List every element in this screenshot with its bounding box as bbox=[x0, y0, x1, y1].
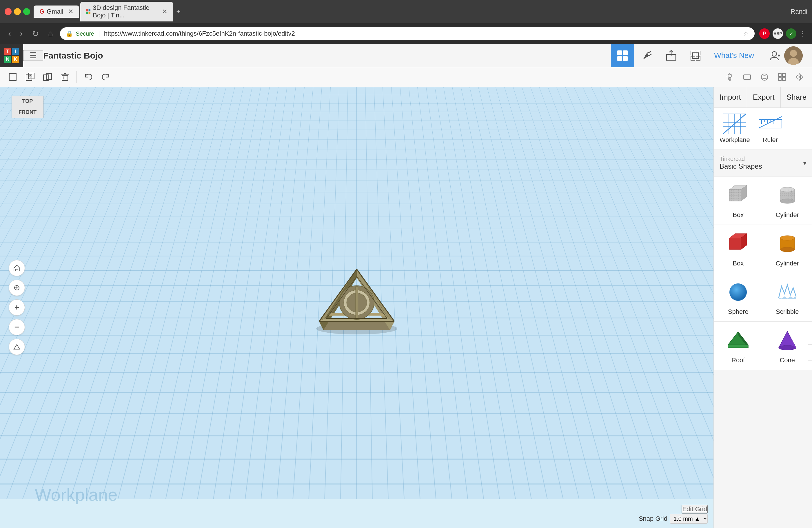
extension-icon[interactable]: ✓ bbox=[786, 28, 796, 39]
shape-roof[interactable]: Roof bbox=[714, 322, 763, 370]
undo-button[interactable] bbox=[80, 69, 97, 85]
bookmark-icon[interactable]: ☆ bbox=[743, 30, 749, 38]
3d-object[interactable] bbox=[302, 252, 412, 340]
svg-point-122 bbox=[780, 236, 795, 240]
copy-up-button[interactable] bbox=[22, 69, 38, 85]
edit-grid-button[interactable]: Edit Grid bbox=[682, 505, 708, 514]
export-button[interactable]: Export bbox=[747, 87, 781, 107]
import-button[interactable]: Import bbox=[714, 87, 747, 107]
close-window-button[interactable] bbox=[5, 8, 12, 15]
panel-expand-button[interactable]: › bbox=[808, 344, 812, 361]
shape-cone[interactable]: Cone bbox=[763, 322, 812, 370]
minimize-window-button[interactable] bbox=[14, 8, 21, 15]
new-tab-button[interactable]: + bbox=[174, 6, 183, 17]
tab-tinkercad[interactable]: 3D design Fantastic Bojo | Tin... ✕ bbox=[80, 2, 173, 21]
redo-button[interactable] bbox=[98, 69, 114, 85]
svg-rect-41 bbox=[744, 75, 751, 79]
shape-box-red[interactable]: Box bbox=[714, 225, 763, 273]
shape-box-gray[interactable]: Box bbox=[714, 176, 763, 225]
cone-icon bbox=[773, 327, 802, 354]
snap-grid-control: Snap Grid 1.0 mm ▲ 0.5 mm 0.1 mm 2.0 mm bbox=[639, 514, 708, 524]
cylinder-gray-icon bbox=[773, 182, 802, 208]
duplicate-button[interactable] bbox=[40, 69, 56, 85]
svg-rect-3 bbox=[88, 12, 90, 14]
menu-button[interactable]: ☰ bbox=[23, 50, 43, 61]
shape2d-icon bbox=[742, 72, 752, 82]
edit-button[interactable] bbox=[635, 44, 658, 67]
svg-rect-44 bbox=[778, 74, 781, 76]
new-icon bbox=[8, 72, 17, 82]
workplane-tool[interactable]: Workplane bbox=[720, 114, 750, 144]
panel-tools: Workplane Ruler bbox=[714, 108, 812, 150]
svg-marker-96 bbox=[729, 190, 741, 201]
svg-rect-16 bbox=[693, 53, 698, 59]
export-box-icon bbox=[665, 50, 677, 61]
add-user-button[interactable] bbox=[766, 46, 784, 65]
snap-grid-select[interactable]: 1.0 mm ▲ 0.5 mm 0.1 mm 2.0 mm bbox=[670, 514, 708, 524]
export-box-button[interactable] bbox=[659, 44, 683, 67]
pickaxe-icon bbox=[641, 50, 653, 61]
svg-rect-23 bbox=[9, 74, 16, 80]
gmail-favicon: G bbox=[40, 8, 44, 15]
tab-gmail-close[interactable]: ✕ bbox=[68, 8, 73, 15]
mirror-button[interactable] bbox=[791, 69, 807, 85]
grid-view-button[interactable] bbox=[611, 44, 634, 67]
fit-view-button[interactable] bbox=[9, 280, 25, 296]
pinterest-icon[interactable]: P bbox=[759, 28, 770, 39]
tab-gmail[interactable]: G Gmail ✕ bbox=[34, 5, 79, 18]
shape-cylinder-orange[interactable]: Cylinder bbox=[763, 225, 812, 273]
svg-point-129 bbox=[779, 346, 796, 350]
scribble-svg bbox=[774, 280, 800, 304]
whats-new-label: What's New bbox=[714, 51, 754, 60]
svg-rect-7 bbox=[623, 56, 628, 61]
tab-tinkercad-close[interactable]: ✕ bbox=[162, 8, 167, 15]
shape-cylinder-gray[interactable]: Cylinder bbox=[763, 176, 812, 225]
light-button[interactable] bbox=[722, 69, 738, 85]
user-avatar[interactable] bbox=[784, 46, 803, 65]
perspective-button[interactable] bbox=[9, 339, 25, 355]
box-red-svg bbox=[725, 232, 751, 255]
shape2d-button[interactable] bbox=[739, 69, 755, 85]
home-button[interactable]: ⌂ bbox=[46, 28, 55, 40]
category-dropdown[interactable]: ▾ bbox=[803, 160, 806, 167]
whats-new-button[interactable]: What's New bbox=[708, 51, 760, 60]
avatar-image bbox=[784, 46, 803, 65]
sphere-blue-svg bbox=[725, 280, 751, 304]
adblock-icon[interactable]: ABP bbox=[772, 28, 783, 39]
logo-n: N bbox=[4, 56, 11, 63]
more-tools-icon[interactable]: ⋮ bbox=[799, 30, 806, 38]
svg-point-17 bbox=[772, 52, 777, 56]
url-bar[interactable]: 🔒 Secure | https://www.tinkercad.com/thi… bbox=[60, 27, 755, 40]
delete-button[interactable] bbox=[57, 69, 73, 85]
home-view-button[interactable] bbox=[9, 260, 25, 276]
shape3d-button[interactable] bbox=[756, 69, 772, 85]
refresh-button[interactable]: ↻ bbox=[30, 28, 41, 40]
url-text: https://www.tinkercad.com/things/6Fzc5eI… bbox=[104, 30, 295, 38]
ruler-tool[interactable]: Ruler bbox=[759, 114, 782, 144]
svg-rect-47 bbox=[782, 78, 785, 80]
perspective-icon bbox=[13, 343, 21, 351]
panel-actions: Import Export Share bbox=[714, 87, 812, 108]
new-object-button[interactable] bbox=[5, 69, 21, 85]
cylinder-orange-svg bbox=[774, 232, 800, 255]
roof-label: Roof bbox=[731, 356, 745, 364]
align-button[interactable] bbox=[774, 69, 790, 85]
secure-indicator: 🔒 bbox=[66, 30, 73, 37]
svg-rect-46 bbox=[778, 78, 781, 80]
shape-scribble[interactable]: Scribble bbox=[763, 273, 812, 322]
share-button[interactable]: Share bbox=[781, 87, 812, 107]
group-button[interactable] bbox=[684, 44, 707, 67]
canvas-area[interactable]: TOP FRONT + − bbox=[0, 87, 713, 528]
shape-sphere-blue[interactable]: Sphere bbox=[714, 273, 763, 322]
back-button[interactable]: ‹ bbox=[6, 28, 13, 40]
cylinder-gray-svg bbox=[774, 184, 800, 207]
forward-button[interactable]: › bbox=[18, 28, 25, 40]
svg-rect-4 bbox=[617, 50, 622, 55]
sphere-blue-label: Sphere bbox=[728, 308, 749, 316]
maximize-window-button[interactable] bbox=[23, 8, 30, 15]
toolbar-right-tools bbox=[722, 69, 807, 85]
zoom-in-button[interactable]: + bbox=[9, 299, 25, 316]
view-cube[interactable]: TOP FRONT bbox=[12, 96, 43, 128]
svg-marker-49 bbox=[796, 75, 798, 79]
zoom-out-button[interactable]: − bbox=[9, 319, 25, 335]
